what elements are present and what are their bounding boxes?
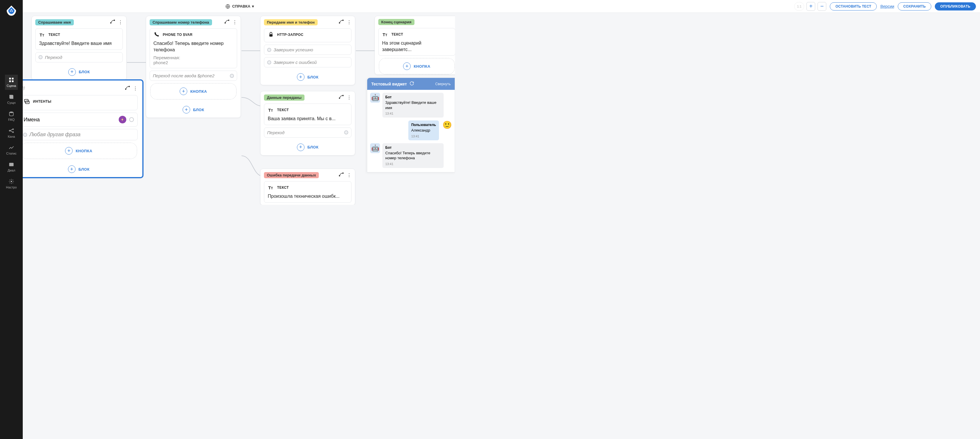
svg-text:T: T [271, 186, 273, 190]
transition-slot[interactable]: Переход после ввода $phone2 [150, 71, 237, 81]
refresh-icon[interactable] [409, 81, 414, 87]
sidebar: Сцена Сущн FAQ Кана Статис Диал Настро [0, 0, 23, 205]
topbar: СПРАВКА ▾ 1:1 + − ОСТАНОВИТЬ ТЕСТ Версии… [23, 0, 455, 13]
svg-text:T: T [271, 109, 273, 112]
port-icon[interactable] [129, 117, 134, 122]
port-icon[interactable] [344, 130, 348, 134]
card-data-sent[interactable]: Данные переданы ⋮ TTТЕКСТ Ваша заявка пр… [260, 91, 355, 156]
add-block-button[interactable]: +БЛОК [150, 102, 237, 118]
more-icon[interactable]: ⋮ [347, 19, 352, 25]
nav-label: Настро [6, 186, 17, 189]
svg-rect-5 [10, 81, 11, 82]
reference-dropdown[interactable]: СПРАВКА ▾ [225, 4, 254, 9]
phone-var-block[interactable]: PHONE TO $VAR Спасибо! Теперь введите но… [150, 28, 237, 68]
svg-rect-6 [12, 81, 14, 82]
add-button-button[interactable]: +КНОПКА [23, 143, 137, 159]
more-icon[interactable]: ⋮ [133, 86, 138, 91]
card-title-tag[interactable]: Данные переданы [264, 94, 304, 101]
card-title-tag[interactable]: Спрашиваем номер телефона [150, 19, 212, 25]
svg-point-29 [339, 22, 340, 23]
chat-message-user: Пользователь Александр 13:41 🙂 [370, 121, 452, 140]
chat-message-bot: 🤖 Бот Спасибо! Теперь введите номер теле… [370, 143, 452, 168]
intent-row[interactable]: Имена [23, 113, 138, 127]
card-title-tag[interactable]: Конец сценария [378, 19, 414, 25]
svg-point-1 [12, 11, 13, 12]
connector-icon[interactable] [339, 94, 344, 101]
connector-icon[interactable] [339, 19, 344, 25]
canvas[interactable]: Спрашиваем имя ⋮ TTТЕКСТ Здравствуйте! В… [23, 13, 455, 205]
svg-text:T: T [385, 33, 387, 37]
bot-avatar-icon: 🤖 [370, 93, 380, 103]
text-block[interactable]: TTТЕКСТ Здравствуйте! Введите ваше имя [35, 28, 123, 50]
logo [6, 5, 17, 16]
port-icon[interactable] [267, 48, 271, 52]
connector-icon[interactable] [224, 19, 229, 25]
more-icon[interactable]: ⋮ [347, 95, 352, 100]
card-ask-phone[interactable]: Спрашиваем номер телефона ⋮ PHONE TO $VA… [146, 16, 241, 118]
svg-point-10 [13, 132, 13, 132]
svg-point-24 [129, 86, 130, 87]
card-title-tag[interactable]: Ошибка передачи данных [264, 172, 319, 178]
svg-point-28 [228, 20, 229, 21]
nav-dialogs[interactable]: Диал [5, 159, 18, 175]
svg-point-23 [126, 89, 126, 89]
nav-entities[interactable]: Сущн [5, 92, 18, 107]
card-end[interactable]: Конец сценария TTТЕКСТ На этом сценарий … [374, 16, 455, 75]
connector-icon[interactable] [125, 85, 130, 92]
more-icon[interactable]: ⋮ [118, 19, 123, 25]
port-icon[interactable] [38, 55, 43, 59]
more-icon[interactable]: ⋮ [347, 172, 352, 178]
nav-label: Диал [8, 169, 15, 172]
more-icon[interactable]: ⋮ [232, 19, 237, 25]
test-widget: Тестовый виджет Свернуть 🤖 Бот Здравству… [367, 78, 455, 172]
chat-message-bot: 🤖 Бот Здравствуйте! Введите ваше имя 13:… [370, 93, 452, 118]
port-icon[interactable] [267, 60, 271, 64]
collapse-link[interactable]: Свернуть [435, 82, 450, 86]
connector-icon[interactable] [339, 172, 344, 178]
transition-slot[interactable]: Переход [35, 52, 123, 62]
nav-label: Сцена [7, 84, 16, 87]
text-block[interactable]: TTТЕКСТ Ваша заявка принята. Мы с в... [264, 103, 352, 125]
text-icon: TT [268, 107, 274, 113]
connector-icon[interactable] [110, 19, 115, 25]
nav-label: Кана [8, 135, 15, 138]
svg-rect-4 [12, 78, 14, 80]
nav-channels[interactable]: Кана [5, 126, 18, 141]
card-ask-name[interactable]: Спрашиваем имя ⋮ TTТЕКСТ Здравствуйте! В… [32, 16, 127, 80]
card-send-error[interactable]: Ошибка передачи данных ⋮ TTТЕКСТ Произош… [260, 169, 355, 205]
phone-icon [153, 32, 160, 38]
transition-slot[interactable]: Переход [264, 127, 352, 138]
nav-scenario[interactable]: Сцена [5, 75, 18, 90]
card-intents[interactable]: # ⋮ ИНТЕНТЫ Имена Любая другая фраза +КН… [23, 80, 143, 178]
svg-point-19 [111, 22, 111, 23]
svg-rect-3 [10, 78, 11, 80]
chevron-down-icon: ▾ [252, 4, 254, 8]
svg-text:T: T [383, 32, 385, 37]
card-title-tag[interactable]: Передаем имя и телефон [264, 19, 318, 25]
svg-rect-11 [10, 163, 14, 166]
http-block[interactable]: HTTP-ЗАПРОС [264, 28, 352, 42]
other-phrase-slot[interactable]: Любая другая фраза [23, 129, 138, 140]
nav-settings[interactable]: Настро [5, 176, 18, 191]
user-avatar-icon: 🙂 [442, 121, 452, 140]
add-block-button[interactable]: +БЛОК [35, 65, 123, 80]
card-title-tag[interactable]: Спрашиваем имя [35, 19, 74, 25]
text-block[interactable]: TTТЕКСТ На этом сценарий завершаетс... [378, 28, 455, 56]
chat-header[interactable]: Тестовый виджет Свернуть [367, 78, 455, 90]
svg-text:T: T [268, 108, 271, 113]
intents-block[interactable]: ИНТЕНТЫ [23, 95, 138, 110]
add-block-button[interactable]: +БЛОК [23, 162, 138, 177]
add-block-button[interactable]: +БЛОК [264, 140, 352, 155]
success-slot[interactable]: Завершен успешно [264, 45, 352, 55]
error-slot[interactable]: Завершен с ошибкой [264, 57, 352, 67]
add-button-button[interactable]: +КНОПКА [150, 83, 237, 99]
nav-stats[interactable]: Статис [5, 142, 18, 157]
svg-point-8 [10, 130, 10, 131]
card-send-data[interactable]: Передаем имя и телефон ⋮ HTTP-ЗАПРОС Зав… [260, 16, 355, 85]
port-icon[interactable] [23, 133, 27, 137]
text-block[interactable]: TTТЕКСТ Произошла техническая ошибк... [264, 181, 352, 203]
add-block-button[interactable]: +БЛОК [264, 70, 352, 85]
add-button-button[interactable]: +КНОПКА [379, 58, 455, 75]
port-icon[interactable] [230, 74, 234, 78]
nav-faq[interactable]: FAQ [5, 108, 18, 124]
